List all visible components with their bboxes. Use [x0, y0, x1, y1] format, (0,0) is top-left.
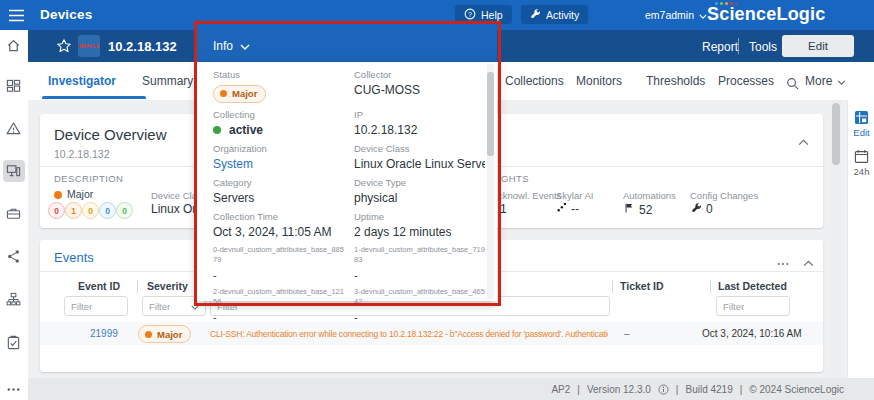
collecting-active-dot — [213, 126, 221, 134]
count-notice[interactable]: 0 — [99, 202, 116, 219]
event-id-filter-input[interactable] — [64, 296, 128, 316]
report-button[interactable]: Report — [702, 40, 738, 54]
footer-separator: | — [577, 384, 580, 395]
field-status: Status Major — [213, 69, 354, 103]
severity-badge: Major — [138, 325, 191, 343]
hierarchy-icon[interactable] — [6, 292, 22, 308]
last-detected-filter-input[interactable] — [716, 296, 790, 316]
description-label: DESCRIPTION — [54, 173, 123, 184]
stat-label-config-changes: Config Changes — [690, 190, 758, 201]
column-divider — [710, 280, 711, 293]
field-uptime: Uptime 2 days 12 minutes — [354, 211, 485, 239]
edit-button[interactable]: Edit — [782, 35, 854, 57]
tab-collections[interactable]: Collections — [505, 74, 564, 88]
skylar-ai-icon — [556, 202, 567, 216]
chevron-down-icon — [240, 39, 250, 53]
home-icon[interactable] — [6, 38, 22, 54]
chevron-down-icon — [837, 74, 846, 88]
col-header-event-id[interactable]: Event ID — [78, 280, 120, 292]
severity-dot — [145, 331, 152, 338]
organization-link[interactable]: System — [213, 157, 354, 171]
field-organization: Organization System — [213, 143, 354, 171]
field-category: Category Servers — [213, 177, 354, 205]
tab-thresholds[interactable]: Thresholds — [646, 74, 705, 88]
hamburger-menu-icon[interactable] — [9, 8, 24, 26]
stat-value-config-changes: 0 — [691, 202, 713, 216]
dashboards-icon[interactable] — [6, 79, 22, 95]
events-more-icon[interactable] — [776, 254, 790, 272]
events-warning-icon[interactable] — [6, 121, 22, 137]
top-app-bar: Devices ? Help Activity em7admin Science… — [0, 0, 874, 30]
last-detected-value: Oct 3, 2024, 10:16 AM — [702, 328, 802, 339]
wrench-icon — [530, 8, 541, 21]
page-title: Devices — [40, 7, 92, 22]
field-collection-time: Collection Time Oct 3, 2024, 11:05 AM — [213, 211, 354, 239]
user-menu[interactable]: em7admin — [645, 9, 707, 21]
help-icon: ? — [464, 8, 476, 22]
column-divider — [137, 280, 138, 293]
severity-dot — [220, 90, 227, 97]
stat-value-skylar: -- — [556, 202, 579, 216]
footer-separator: | — [740, 384, 743, 395]
card-title: Device Overview — [54, 126, 167, 143]
info-dropdown-header[interactable]: Info — [197, 30, 497, 62]
tools-button[interactable]: Tools — [749, 40, 777, 54]
ticket-id-value: – — [624, 328, 630, 339]
field-collecting: Collecting active — [213, 109, 354, 137]
tab-processes[interactable]: Processes — [718, 74, 774, 88]
count-minor[interactable]: 0 — [82, 202, 99, 219]
event-id-link[interactable]: 21999 — [90, 328, 118, 339]
more-options-icon[interactable] — [6, 382, 22, 398]
favorite-star-icon[interactable] — [56, 38, 72, 58]
business-services-icon[interactable] — [6, 206, 22, 222]
svg-text:?: ? — [468, 10, 472, 17]
tickets-clipboard-icon[interactable] — [6, 335, 22, 351]
help-button[interactable]: ? Help — [455, 5, 512, 24]
info-fields-grid: Status Major Collector CUG-MOSS Collecti… — [213, 69, 485, 329]
tabs-more-menu[interactable]: More — [805, 74, 846, 88]
card-subtitle: 10.2.18.132 — [54, 148, 109, 160]
dropdown-arrow-icon — [191, 301, 199, 312]
footer-bar: AP2 | Version 12.3.0 | Build 4219 | © 20… — [28, 378, 874, 400]
brand-dots — [715, 2, 738, 5]
rail-time-range-label[interactable]: 24h — [848, 166, 874, 177]
footer-build: Build 4219 — [685, 384, 732, 395]
count-healthy[interactable]: 0 — [116, 202, 133, 219]
col-header-last-detected[interactable]: Last Detected — [718, 280, 787, 292]
collapse-chevron-icon[interactable] — [798, 132, 809, 150]
event-message-link[interactable]: CLI-SSH: Authentication error while conn… — [210, 329, 608, 339]
field-custom-attribute-2: 2-devnull_custom_attributes_base_12156 - — [213, 287, 354, 323]
stat-label-automations: Automations — [623, 190, 676, 201]
vertical-scrollbar-thumb[interactable] — [832, 103, 840, 165]
stat-label-skylar: Skylar AI — [556, 190, 594, 201]
search-icon[interactable] — [786, 76, 799, 94]
stat-value-unacknowl-events: 1 — [500, 202, 507, 216]
info-circle-icon[interactable] — [658, 384, 669, 395]
left-nav-sidebar — [0, 30, 29, 400]
events-collapse-chevron-icon[interactable] — [803, 253, 814, 271]
field-custom-attribute-3: 3-devnull_custom_attributes_base_46542 - — [354, 287, 485, 323]
severity-label: Major — [67, 188, 93, 200]
tab-investigator[interactable]: Investigator — [48, 74, 116, 88]
insights-label-fragment: IGHTS — [498, 173, 529, 184]
col-header-ticket-id[interactable]: Ticket ID — [620, 280, 664, 292]
count-critical[interactable]: 0 — [48, 202, 65, 219]
rail-edit-label[interactable]: Edit — [848, 127, 874, 138]
count-major[interactable]: 1 — [65, 202, 82, 219]
tab-monitors[interactable]: Monitors — [576, 74, 622, 88]
severity-dot — [54, 191, 62, 199]
col-header-severity[interactable]: Severity — [147, 280, 188, 292]
brand-logo: ScienceLogic — [707, 4, 825, 25]
activity-button[interactable]: Activity — [521, 5, 588, 24]
header-divider — [738, 38, 739, 54]
maps-share-icon[interactable] — [6, 249, 22, 265]
tab-summary[interactable]: Summary — [142, 74, 193, 88]
devices-icon[interactable] — [6, 163, 22, 179]
info-dropdown-toggle[interactable]: Info — [213, 39, 250, 53]
events-title[interactable]: Events — [54, 250, 94, 265]
info-dropdown-panel: Status Major Collector CUG-MOSS Collecti… — [197, 62, 497, 301]
panel-scrollbar-thumb[interactable] — [487, 72, 494, 156]
footer-env: AP2 — [551, 384, 570, 395]
right-tool-rail: Edit 24h — [847, 100, 874, 378]
chevron-down-icon — [699, 9, 707, 21]
